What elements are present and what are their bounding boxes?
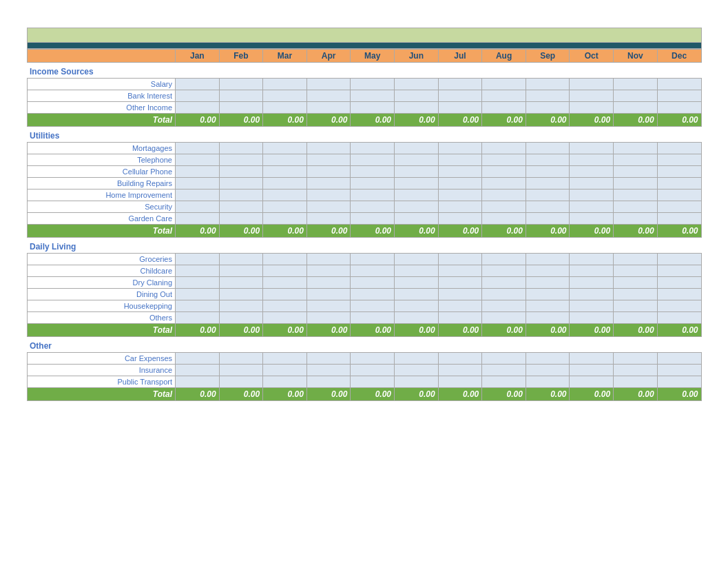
data-cell[interactable]	[657, 102, 701, 114]
data-cell[interactable]: 0.00	[526, 114, 570, 127]
data-cell[interactable]	[482, 277, 526, 289]
data-cell[interactable]	[526, 79, 570, 90]
data-cell[interactable]	[351, 300, 395, 312]
data-cell[interactable]	[657, 254, 701, 265]
data-cell[interactable]	[438, 254, 482, 265]
data-cell[interactable]	[657, 190, 701, 201]
data-cell[interactable]	[263, 90, 307, 102]
data-cell[interactable]	[263, 353, 307, 365]
data-cell[interactable]	[482, 312, 526, 324]
data-cell[interactable]	[263, 365, 307, 376]
data-cell[interactable]	[351, 365, 395, 376]
data-cell[interactable]	[570, 289, 614, 300]
data-cell[interactable]	[438, 300, 482, 312]
data-cell[interactable]: 0.00	[570, 388, 614, 401]
data-cell[interactable]	[614, 166, 658, 178]
data-cell[interactable]	[306, 213, 351, 225]
data-cell[interactable]	[614, 154, 658, 166]
data-cell[interactable]	[219, 166, 263, 178]
data-cell[interactable]	[526, 178, 570, 190]
data-cell[interactable]	[438, 143, 482, 154]
data-cell[interactable]	[351, 102, 395, 114]
data-cell[interactable]: 0.00	[614, 388, 658, 401]
data-cell[interactable]	[176, 254, 220, 265]
data-cell[interactable]	[263, 166, 307, 178]
data-cell[interactable]	[351, 277, 395, 289]
data-cell[interactable]	[438, 365, 482, 376]
data-cell[interactable]	[306, 190, 351, 201]
data-cell[interactable]	[526, 213, 570, 225]
data-cell[interactable]	[219, 277, 263, 289]
data-cell[interactable]	[570, 190, 614, 201]
data-cell[interactable]: 0.00	[438, 388, 482, 401]
data-cell[interactable]	[176, 201, 220, 213]
data-cell[interactable]	[438, 178, 482, 190]
data-cell[interactable]	[306, 102, 351, 114]
data-cell[interactable]	[351, 312, 395, 324]
data-cell[interactable]	[306, 79, 351, 90]
data-cell[interactable]: 0.00	[351, 324, 395, 337]
data-cell[interactable]: 0.00	[219, 324, 263, 337]
data-cell[interactable]	[219, 300, 263, 312]
data-cell[interactable]	[438, 376, 482, 388]
data-cell[interactable]: 0.00	[657, 114, 701, 127]
data-cell[interactable]	[263, 277, 307, 289]
data-cell[interactable]: 0.00	[614, 114, 658, 127]
data-cell[interactable]: 0.00	[306, 114, 351, 127]
data-cell[interactable]	[614, 90, 658, 102]
data-cell[interactable]	[176, 102, 220, 114]
data-cell[interactable]	[657, 365, 701, 376]
data-cell[interactable]	[482, 190, 526, 201]
data-cell[interactable]	[438, 289, 482, 300]
data-cell[interactable]	[482, 90, 526, 102]
data-cell[interactable]: 0.00	[570, 225, 614, 238]
data-cell[interactable]	[219, 213, 263, 225]
data-cell[interactable]	[176, 300, 220, 312]
data-cell[interactable]	[351, 166, 395, 178]
data-cell[interactable]	[395, 365, 439, 376]
data-cell[interactable]	[176, 312, 220, 324]
data-cell[interactable]: 0.00	[482, 388, 526, 401]
data-cell[interactable]	[482, 300, 526, 312]
data-cell[interactable]	[395, 201, 439, 213]
data-cell[interactable]	[657, 312, 701, 324]
data-cell[interactable]: 0.00	[482, 114, 526, 127]
data-cell[interactable]: 0.00	[176, 225, 220, 238]
data-cell[interactable]	[657, 300, 701, 312]
data-cell[interactable]	[657, 79, 701, 90]
data-cell[interactable]: 0.00	[219, 388, 263, 401]
data-cell[interactable]	[526, 166, 570, 178]
data-cell[interactable]: 0.00	[263, 324, 307, 337]
data-cell[interactable]	[657, 376, 701, 388]
data-cell[interactable]	[395, 376, 439, 388]
data-cell[interactable]	[526, 190, 570, 201]
data-cell[interactable]: 0.00	[306, 225, 351, 238]
data-cell[interactable]	[263, 254, 307, 265]
data-cell[interactable]	[395, 312, 439, 324]
data-cell[interactable]	[263, 300, 307, 312]
data-cell[interactable]	[395, 213, 439, 225]
data-cell[interactable]	[657, 178, 701, 190]
data-cell[interactable]	[570, 365, 614, 376]
data-cell[interactable]: 0.00	[526, 225, 570, 238]
data-cell[interactable]	[306, 143, 351, 154]
data-cell[interactable]	[306, 201, 351, 213]
data-cell[interactable]	[614, 365, 658, 376]
data-cell[interactable]: 0.00	[657, 388, 701, 401]
data-cell[interactable]	[176, 143, 220, 154]
data-cell[interactable]	[351, 353, 395, 365]
data-cell[interactable]	[526, 254, 570, 265]
data-cell[interactable]	[657, 353, 701, 365]
data-cell[interactable]	[351, 190, 395, 201]
data-cell[interactable]	[351, 254, 395, 265]
data-cell[interactable]	[614, 201, 658, 213]
data-cell[interactable]	[351, 143, 395, 154]
data-cell[interactable]: 0.00	[614, 324, 658, 337]
data-cell[interactable]	[438, 201, 482, 213]
data-cell[interactable]	[176, 365, 220, 376]
data-cell[interactable]	[526, 90, 570, 102]
data-cell[interactable]	[438, 277, 482, 289]
data-cell[interactable]	[176, 178, 220, 190]
data-cell[interactable]: 0.00	[526, 324, 570, 337]
data-cell[interactable]: 0.00	[263, 114, 307, 127]
